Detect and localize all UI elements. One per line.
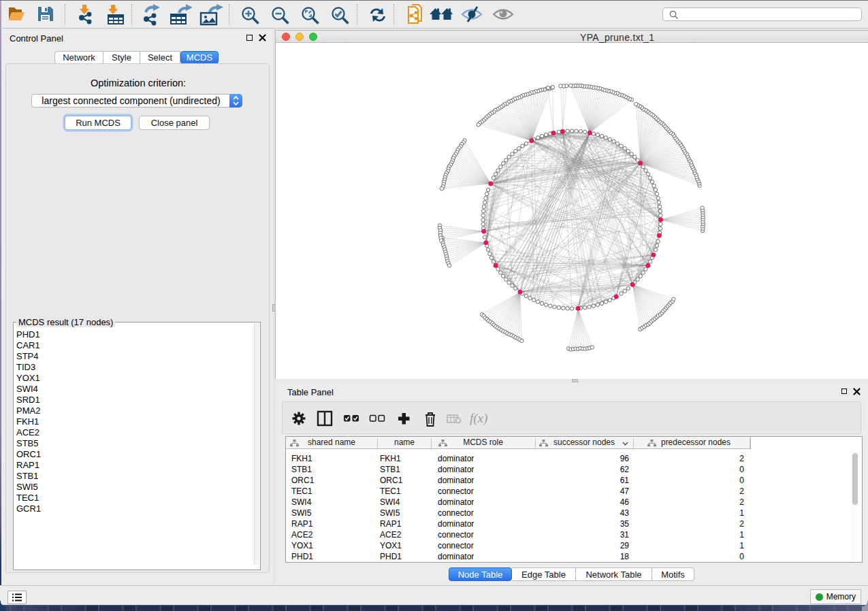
svg-text:f(x): f(x) (470, 411, 487, 426)
